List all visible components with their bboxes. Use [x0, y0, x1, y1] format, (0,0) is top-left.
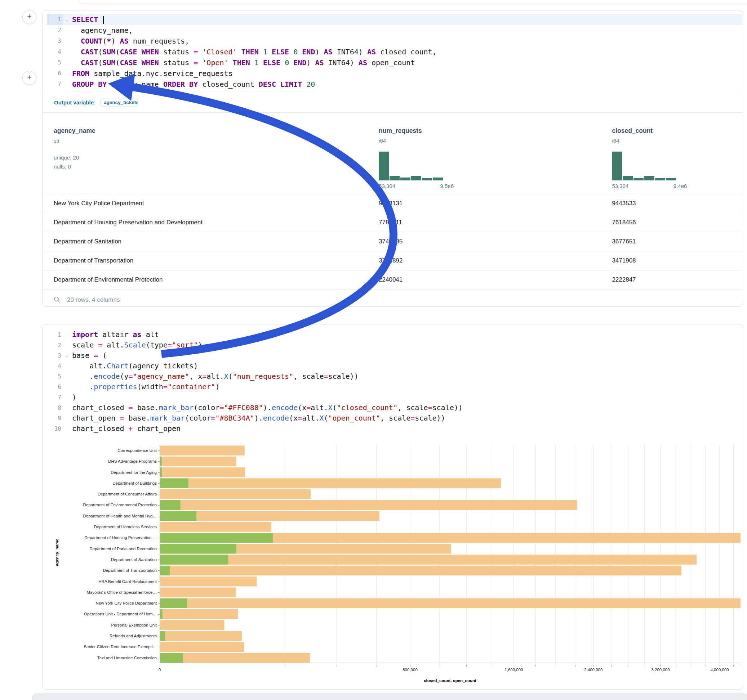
chart-y-label: Department for the Aging	[52, 467, 157, 478]
sql-editor[interactable]: 1⌄SELECT 2 agency_name,3 COUNT(*) AS num…	[42, 11, 742, 92]
y-tick-mark	[157, 445, 160, 456]
chart-y-label: Department of Sanitation	[52, 554, 157, 565]
sql-code-line[interactable]: 1⌄SELECT	[47, 14, 742, 25]
chart-y-label: Department of Buildings	[52, 478, 157, 489]
y-tick-mark	[157, 489, 160, 499]
table-row[interactable]: Department of Environmental Protection22…	[42, 270, 742, 289]
x-tick-mark	[556, 665, 556, 667]
column-header-closed_count[interactable]: closed_counti6453,3049.4e6	[610, 113, 742, 194]
python-code-line[interactable]: 7)	[47, 392, 742, 403]
chart-y-label: Department of Health and Mental Hyg…	[52, 511, 157, 521]
output-variable-row: Output variable: agency_tickets	[42, 92, 742, 112]
cell-num-requests: 9453131	[377, 200, 610, 207]
cell-num-requests: 3774892	[377, 257, 610, 264]
chart-y-axis-title-col: agency_name	[42, 445, 52, 683]
chart-y-labels: Correspondence UnitDHS Advantage Program…	[52, 445, 157, 683]
column-header-agency_name[interactable]: agency_namestrunique: 20nulls: 0	[42, 113, 377, 194]
python-code-line[interactable]: 2scale = alt.Scale(type="sqrt")	[47, 340, 742, 350]
chart-y-label: Department of Housing Preservation …	[52, 532, 157, 543]
chart: agency_name Correspondence UnitDHS Advan…	[42, 445, 742, 683]
histogram-range: 53,3049.4e6	[612, 183, 687, 189]
chart-x-label: 4,000,000	[711, 668, 729, 672]
chart-y-label: Operations Unit - Department of Hom…	[52, 608, 157, 619]
y-tick-mark	[157, 499, 160, 510]
table-row[interactable]: Department of Sanitation37494853677651	[42, 232, 742, 251]
results-table-body: New York City Police Department945313194…	[42, 194, 742, 289]
fold-spacer	[64, 413, 70, 424]
python-code-line[interactable]: 3⌄base = (	[47, 350, 742, 361]
x-tick-mark	[645, 665, 645, 667]
sql-cell-card: 1⌄SELECT 2 agency_name,3 COUNT(*) AS num…	[42, 10, 743, 307]
column-histogram	[379, 152, 444, 180]
chart-y-label: Department of Consumer Affairs	[52, 489, 157, 499]
histogram-bar	[390, 176, 400, 180]
chart-plot	[160, 445, 741, 665]
chart-y-label: Department of Environmental Protection	[52, 499, 157, 510]
sql-code-line[interactable]: 6FROM sample_data.nyc.service_requests	[47, 68, 742, 79]
line-number: 1	[47, 14, 64, 25]
cell-closed-count: 2222847	[610, 276, 742, 284]
fold-spacer	[64, 361, 70, 371]
add-cell-button[interactable]: +	[22, 71, 36, 85]
histogram-range: 53,3049.5e6	[379, 183, 454, 189]
column-header-num_requests[interactable]: num_requestsi6453,3049.5e6	[377, 113, 610, 194]
fold-chevron-icon[interactable]: ⌄	[64, 350, 70, 361]
code-text: chart_closed + chart_open	[70, 424, 180, 434]
y-tick-mark	[157, 532, 160, 543]
histogram-bar	[634, 178, 644, 180]
chart-y-ticks	[157, 445, 160, 683]
x-tick-mark	[410, 665, 410, 667]
code-text: CAST(SUM(CASE WHEN status = 'Open' THEN …	[70, 57, 415, 68]
y-tick-mark	[157, 576, 160, 587]
y-tick-mark	[157, 587, 160, 598]
chart-y-label: Senior Citizen Rent Increase Exempti…	[52, 641, 157, 652]
results-table-header: agency_namestrunique: 20nulls: 0num_requ…	[42, 113, 742, 194]
sql-code-line[interactable]: 7GROUP BY agency_name ORDER BY closed_co…	[47, 79, 742, 90]
chart-y-label: Taxi and Limousine Commission	[52, 652, 157, 663]
python-code-line[interactable]: 10chart_closed + chart_open	[47, 424, 742, 434]
python-code-line[interactable]: 9chart_open = base.mark_bar(color="#8BC3…	[47, 413, 742, 424]
column-type: str	[54, 137, 377, 144]
line-number: 3	[47, 350, 64, 361]
output-variable-pill[interactable]: agency_tickets	[101, 98, 138, 107]
code-text: COUNT(*) AS num_requests,	[70, 36, 189, 47]
python-code-line[interactable]: 4 alt.Chart(agency_tickets)	[47, 361, 742, 371]
chart-x-title: closed_count, open_count	[160, 678, 741, 683]
fold-chevron-icon[interactable]: ⌄	[64, 14, 70, 25]
chart-plot-col: 0800,0001,600,0002,400,0003,200,0004,000…	[160, 445, 741, 683]
python-code-line[interactable]: 1import altair as alt	[47, 329, 742, 340]
code-text: chart_open = base.mark_bar(color="#8BC34…	[70, 413, 445, 424]
cell-closed-count: 3677651	[610, 238, 742, 245]
histogram-bar	[379, 152, 389, 180]
add-cell-button[interactable]: +	[22, 10, 36, 24]
x-tick-mark	[285, 665, 286, 667]
python-editor[interactable]: 1import altair as alt2scale = alt.Scale(…	[42, 324, 742, 434]
cell-closed-count: 9443533	[610, 200, 742, 207]
table-row[interactable]: Department of Transportation377489234719…	[42, 251, 742, 270]
search-icon[interactable]	[54, 296, 60, 303]
chart-y-label: HRA Benefit Card Replacement	[52, 576, 157, 587]
fold-spacer	[64, 403, 70, 413]
next-cell-collapsed[interactable]	[32, 694, 747, 700]
fold-spacer	[64, 57, 70, 68]
table-row[interactable]: New York City Police Department945313194…	[42, 194, 742, 213]
python-code-line[interactable]: 5 .encode(y="agency_name", x=alt.X("num_…	[47, 371, 742, 382]
line-number: 7	[47, 79, 64, 90]
table-row[interactable]: Department of Housing Preservation and D…	[42, 213, 742, 232]
chart-x-label: 3,200,000	[651, 668, 670, 672]
python-code-line[interactable]: 6 .properties(width="container")	[47, 382, 742, 392]
chart-y-label: Personal Exemption Unit	[52, 620, 157, 631]
code-text: FROM sample_data.nyc.service_requests	[70, 68, 233, 79]
sql-code-line[interactable]: 3 COUNT(*) AS num_requests,	[47, 36, 742, 47]
code-text: scale = alt.Scale(type="sqrt")	[70, 340, 202, 350]
line-number: 2	[47, 25, 64, 36]
x-tick-mark	[706, 665, 706, 667]
line-number: 7	[47, 392, 64, 403]
histogram-bar	[623, 176, 633, 180]
chart-y-title: agency_name	[55, 539, 59, 566]
python-code-line[interactable]: 8chart_closed = base.mark_bar(color="#FF…	[47, 403, 742, 413]
sql-code-line[interactable]: 4 CAST(SUM(CASE WHEN status = 'Closed' T…	[47, 47, 742, 57]
cell-closed-count: 3471908	[610, 257, 742, 264]
sql-code-line[interactable]: 2 agency_name,	[47, 25, 742, 36]
sql-code-line[interactable]: 5 CAST(SUM(CASE WHEN status = 'Open' THE…	[47, 57, 742, 68]
